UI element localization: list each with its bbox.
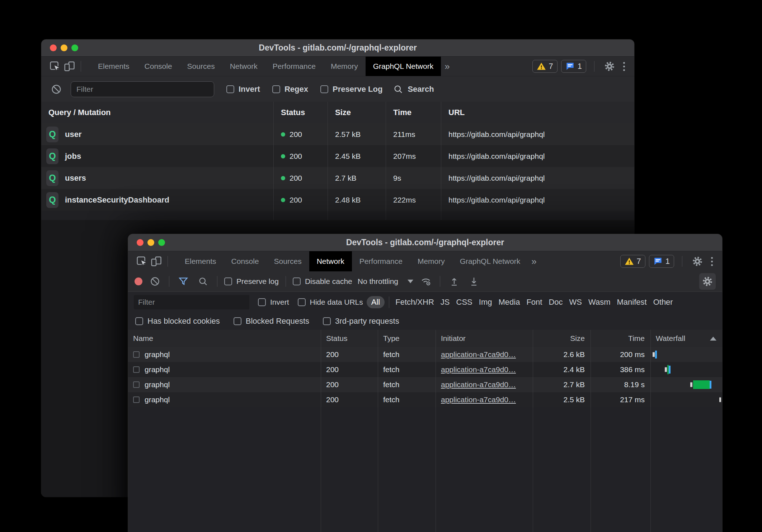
- preserve-log-checkbox[interactable]: [224, 277, 232, 285]
- tab-network[interactable]: Network: [222, 57, 265, 76]
- column-header-time[interactable]: Time: [386, 102, 441, 123]
- tab-network[interactable]: Network: [309, 251, 352, 271]
- tab-sources[interactable]: Sources: [180, 57, 222, 76]
- tab-memory[interactable]: Memory: [323, 57, 366, 76]
- minimize-button[interactable]: [147, 239, 154, 246]
- disable-cache-checkbox-group[interactable]: Disable cache: [293, 277, 352, 286]
- warnings-badge[interactable]: 7: [532, 60, 558, 73]
- row-checkbox[interactable]: [133, 381, 140, 388]
- regex-checkbox[interactable]: [272, 85, 280, 93]
- close-button[interactable]: [50, 44, 57, 51]
- blocked-requests-checkbox-group[interactable]: Blocked Requests: [234, 317, 309, 326]
- row-checkbox[interactable]: [133, 396, 140, 403]
- network-filter-input[interactable]: [134, 295, 249, 309]
- has-blocked-cookies-checkbox[interactable]: [135, 317, 143, 325]
- column-header-query-mutation[interactable]: Query / Mutation: [41, 102, 274, 123]
- more-tabs-chevron-icon[interactable]: »: [531, 256, 536, 267]
- row-checkbox[interactable]: [133, 351, 140, 358]
- warnings-badge[interactable]: 7: [620, 255, 645, 268]
- close-button[interactable]: [137, 239, 144, 246]
- table-row[interactable]: QinstanceSecurityDashboard 200 2.48 kB 2…: [41, 189, 634, 211]
- column-header-name[interactable]: Name: [128, 330, 321, 347]
- export-har-icon[interactable]: [467, 274, 481, 289]
- chip-doc[interactable]: Doc: [545, 298, 566, 307]
- column-header-time[interactable]: Time: [591, 330, 651, 347]
- blocked-requests-checkbox[interactable]: [234, 317, 241, 325]
- zoom-button[interactable]: [71, 44, 78, 51]
- column-header-size[interactable]: Size: [328, 102, 386, 123]
- kebab-menu-icon[interactable]: [620, 62, 628, 71]
- inspect-element-icon[interactable]: [48, 59, 62, 73]
- search-icon[interactable]: [196, 274, 210, 289]
- table-row[interactable]: Qusers 200 2.7 kB 9s https://gitlab.com/…: [41, 167, 634, 189]
- tab-console[interactable]: Console: [137, 57, 180, 76]
- more-tabs-chevron-icon[interactable]: »: [445, 61, 450, 72]
- tab-graphql-network[interactable]: GraphQL Network: [452, 251, 528, 271]
- table-row[interactable]: graphql 200 fetch application-a7ca9d0… 2…: [128, 377, 722, 392]
- chip-all[interactable]: All: [367, 296, 385, 308]
- hide-data-urls-checkbox[interactable]: [298, 298, 306, 306]
- column-header-initiator[interactable]: Initiator: [436, 330, 533, 347]
- table-row[interactable]: graphql 200 fetch application-a7ca9d0… 2…: [128, 392, 722, 407]
- search-button[interactable]: Search: [393, 84, 434, 94]
- column-header-url[interactable]: URL: [441, 102, 634, 123]
- column-header-waterfall[interactable]: Waterfall: [651, 330, 722, 347]
- messages-badge[interactable]: 1: [561, 60, 586, 73]
- preserve-log-checkbox-group[interactable]: Preserve Log: [320, 85, 382, 94]
- column-header-size[interactable]: Size: [533, 330, 591, 347]
- tab-performance[interactable]: Performance: [352, 251, 410, 271]
- clear-icon[interactable]: [148, 274, 162, 289]
- tab-elements[interactable]: Elements: [90, 57, 137, 76]
- preserve-log-checkbox[interactable]: [320, 85, 328, 93]
- chip-other[interactable]: Other: [650, 298, 676, 307]
- chip-font[interactable]: Font: [523, 298, 545, 307]
- table-row[interactable]: graphql 200 fetch application-a7ca9d0… 2…: [128, 362, 722, 377]
- record-button[interactable]: [135, 277, 142, 285]
- settings-gear-icon[interactable]: [602, 59, 617, 73]
- row-checkbox[interactable]: [133, 366, 140, 373]
- minimize-button[interactable]: [61, 44, 67, 51]
- tab-performance[interactable]: Performance: [265, 57, 323, 76]
- table-row[interactable]: Quser 200 2.57 kB 211ms https://gitlab.c…: [41, 123, 634, 145]
- chip-media[interactable]: Media: [495, 298, 523, 307]
- chip-js[interactable]: JS: [437, 298, 453, 307]
- chip-manifest[interactable]: Manifest: [614, 298, 650, 307]
- tab-elements[interactable]: Elements: [177, 251, 224, 271]
- has-blocked-cookies-checkbox-group[interactable]: Has blocked cookies: [135, 317, 220, 326]
- chip-fetch-xhr[interactable]: Fetch/XHR: [392, 298, 437, 307]
- messages-badge[interactable]: 1: [649, 255, 674, 268]
- initiator-link[interactable]: application-a7ca9d0…: [441, 365, 516, 374]
- third-party-requests-checkbox[interactable]: [323, 317, 331, 325]
- device-toolbar-icon[interactable]: [62, 59, 76, 73]
- inspect-element-icon[interactable]: [135, 254, 149, 269]
- network-settings-button[interactable]: [699, 273, 716, 290]
- tab-graphql-network[interactable]: GraphQL Network: [366, 57, 441, 76]
- settings-gear-icon[interactable]: [690, 254, 705, 269]
- chip-css[interactable]: CSS: [453, 298, 476, 307]
- initiator-link[interactable]: application-a7ca9d0…: [441, 380, 516, 389]
- throttling-select[interactable]: No throttling: [358, 277, 413, 286]
- clear-icon[interactable]: [49, 82, 64, 96]
- tab-console[interactable]: Console: [224, 251, 267, 271]
- preserve-log-checkbox-group[interactable]: Preserve log: [224, 277, 279, 286]
- regex-checkbox-group[interactable]: Regex: [272, 85, 308, 94]
- network-conditions-icon[interactable]: [419, 274, 433, 289]
- initiator-link[interactable]: application-a7ca9d0…: [441, 350, 516, 359]
- invert-checkbox-group[interactable]: Invert: [258, 298, 289, 307]
- table-row[interactable]: graphql 200 fetch application-a7ca9d0… 2…: [128, 347, 722, 362]
- hide-data-urls-checkbox-group[interactable]: Hide data URLs: [298, 298, 363, 307]
- filter-input[interactable]: [71, 81, 214, 97]
- invert-checkbox[interactable]: [258, 298, 266, 306]
- filter-funnel-icon[interactable]: [176, 274, 190, 289]
- column-header-status[interactable]: Status: [274, 102, 328, 123]
- table-row[interactable]: Qjobs 200 2.45 kB 207ms https://gitlab.c…: [41, 145, 634, 167]
- import-har-icon[interactable]: [447, 274, 461, 289]
- tab-sources[interactable]: Sources: [267, 251, 309, 271]
- invert-checkbox[interactable]: [226, 85, 234, 93]
- third-party-requests-checkbox-group[interactable]: 3rd-party requests: [323, 317, 399, 326]
- kebab-menu-icon[interactable]: [708, 257, 716, 266]
- column-header-status[interactable]: Status: [321, 330, 378, 347]
- disable-cache-checkbox[interactable]: [293, 277, 301, 285]
- chip-ws[interactable]: WS: [566, 298, 585, 307]
- zoom-button[interactable]: [158, 239, 165, 246]
